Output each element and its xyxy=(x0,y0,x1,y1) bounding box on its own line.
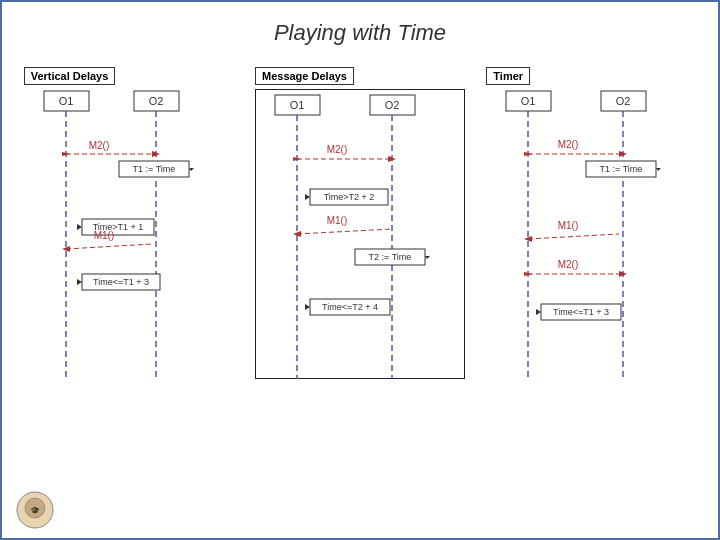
svg-marker-67 xyxy=(536,309,541,315)
svg-text:M2(): M2() xyxy=(88,140,109,151)
svg-text:O1: O1 xyxy=(58,95,73,107)
svg-rect-22 xyxy=(255,89,465,379)
svg-text:T2 := Time: T2 := Time xyxy=(369,252,412,262)
diagram-message-delays: Message Delays O1 O2 M2() xyxy=(255,66,465,379)
svg-text:🎓: 🎓 xyxy=(30,505,40,515)
diagram-timer: Timer O1 O2 M2() T1 := Time xyxy=(486,66,696,379)
svg-line-58 xyxy=(528,234,619,239)
logo: 🎓 xyxy=(10,480,60,530)
diagram-label-vertical-delays: Vertical Delays xyxy=(24,67,116,85)
svg-line-16 xyxy=(66,244,152,249)
diagram-inner-timer: O1 O2 M2() T1 := Time M1() xyxy=(486,89,696,379)
svg-text:O2: O2 xyxy=(148,95,163,107)
svg-marker-21 xyxy=(77,279,82,285)
svg-text:O1: O1 xyxy=(290,99,305,111)
diagram-inner-message: O1 O2 M2() Time>T2 + 2 M1() xyxy=(255,89,465,379)
svg-text:Time<=T2 + 4: Time<=T2 + 4 xyxy=(322,302,378,312)
diagram-vertical-delays: Vertical Delays O1 O2 M2() xyxy=(24,66,234,379)
svg-text:Time<=T1 + 3: Time<=T1 + 3 xyxy=(553,307,609,317)
diagram-inner-vertical: O1 O2 M2() T1 := Time xyxy=(24,89,234,379)
svg-text:O2: O2 xyxy=(385,99,400,111)
page-title: Playing with Time xyxy=(2,2,718,56)
diagram-svg-message: O1 O2 M2() Time>T2 + 2 M1() xyxy=(255,89,465,379)
svg-text:T1 := Time: T1 := Time xyxy=(600,164,643,174)
svg-text:M2(): M2() xyxy=(558,139,579,150)
svg-text:M1(): M1() xyxy=(93,230,114,241)
diagram-label-timer: Timer xyxy=(486,67,530,85)
svg-marker-57 xyxy=(656,168,661,171)
svg-text:Time>T2 + 2: Time>T2 + 2 xyxy=(324,192,375,202)
svg-marker-15 xyxy=(77,224,82,230)
svg-text:O2: O2 xyxy=(616,95,631,107)
svg-marker-12 xyxy=(189,168,194,171)
svg-text:M2(): M2() xyxy=(327,144,348,155)
svg-text:M1(): M1() xyxy=(558,220,579,231)
diagram-label-message-delays: Message Delays xyxy=(255,67,354,85)
svg-text:T1 := Time: T1 := Time xyxy=(132,164,175,174)
diagram-svg-timer: O1 O2 M2() T1 := Time M1() xyxy=(486,89,696,379)
diagrams-container: Vertical Delays O1 O2 M2() xyxy=(2,56,718,389)
svg-text:O1: O1 xyxy=(521,95,536,107)
svg-text:M1(): M1() xyxy=(327,215,348,226)
diagram-svg-vertical: O1 O2 M2() T1 := Time xyxy=(24,89,234,379)
svg-text:Time<=T1 + 3: Time<=T1 + 3 xyxy=(93,277,149,287)
svg-text:M2(): M2() xyxy=(558,259,579,270)
